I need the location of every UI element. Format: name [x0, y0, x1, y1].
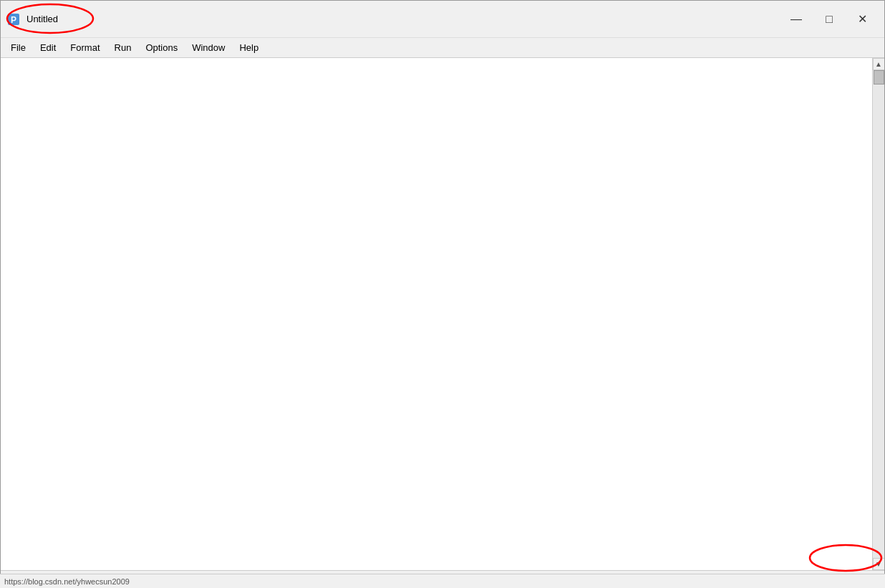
main-window: P Untitled — □ ✕ File Edit Format Run Op… [0, 0, 885, 588]
close-button[interactable]: ✕ [846, 8, 879, 31]
menu-file[interactable]: File [4, 39, 33, 56]
menu-format[interactable]: Format [63, 39, 107, 56]
scrollbar-thumb[interactable] [874, 70, 884, 85]
menu-options[interactable]: Options [138, 39, 185, 56]
menu-bar: File Edit Format Run Options Window Help [1, 38, 884, 58]
editor-textarea[interactable] [1, 58, 872, 570]
url-bar: https://blog.csdn.net/yhwecsun2009 [0, 574, 885, 588]
window-controls: — □ ✕ [780, 8, 879, 31]
scroll-up-arrow[interactable]: ▲ [873, 58, 885, 70]
svg-text:P: P [11, 15, 16, 25]
menu-help[interactable]: Help [232, 39, 266, 56]
app-icon: P [6, 12, 21, 26]
scroll-down-arrow[interactable]: ▼ [873, 558, 885, 570]
scrollbar: ▲ ▼ [872, 58, 884, 570]
maximize-button[interactable]: □ [813, 8, 846, 31]
title-bar-left: P Untitled [6, 12, 58, 26]
url-text: https://blog.csdn.net/yhwecsun2009 [4, 577, 130, 586]
title-bar: P Untitled — □ ✕ [1, 1, 884, 38]
editor-container: ▲ ▼ [1, 58, 884, 570]
menu-window[interactable]: Window [185, 39, 232, 56]
menu-edit[interactable]: Edit [33, 39, 63, 56]
menu-run[interactable]: Run [107, 39, 139, 56]
minimize-button[interactable]: — [780, 8, 813, 31]
window-title: Untitled [26, 14, 58, 24]
scrollbar-track[interactable] [873, 70, 885, 558]
